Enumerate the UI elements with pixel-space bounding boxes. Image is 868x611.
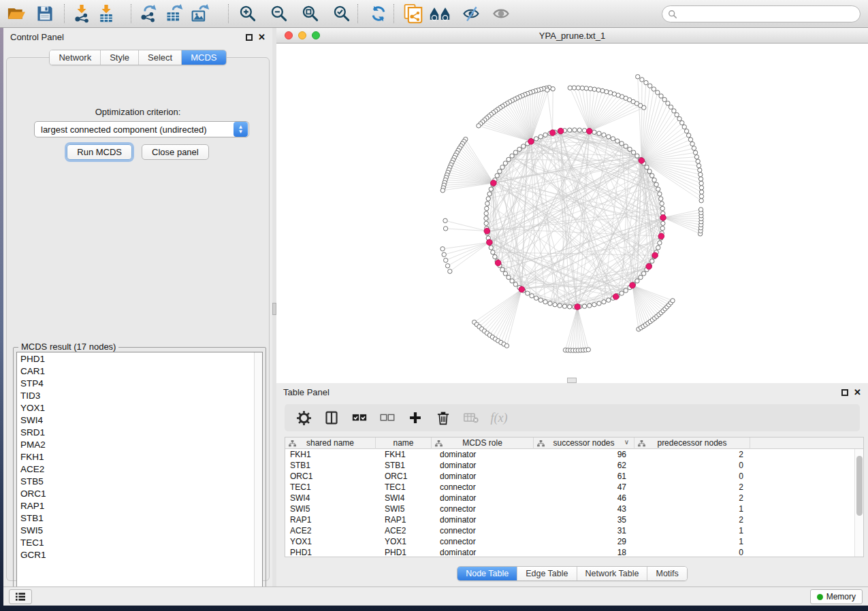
mcds-result-list[interactable]: PHD1CAR1STP4TID3YOX1SWI4SRD1PMA2FKH1ACE2… <box>16 352 263 597</box>
mcds-result-item[interactable]: FKH1 <box>17 450 262 463</box>
table-settings-gear-icon[interactable] <box>295 410 312 426</box>
split-panel-icon[interactable] <box>323 410 340 426</box>
table-scrollbar[interactable] <box>854 449 863 557</box>
graph-node[interactable] <box>486 197 490 201</box>
graph-satellite-node[interactable] <box>688 137 692 142</box>
graph-node[interactable] <box>577 128 581 132</box>
graph-satellite-node[interactable] <box>440 188 445 193</box>
graph-satellite-node[interactable] <box>444 258 448 262</box>
graph-satellite-node[interactable] <box>545 88 549 92</box>
graph-node[interactable] <box>660 201 664 205</box>
graph-satellite-node[interactable] <box>698 208 703 212</box>
graph-node[interactable] <box>526 291 530 295</box>
column-header-name[interactable]: name <box>376 437 432 449</box>
float-panel-icon[interactable] <box>246 34 253 41</box>
graph-satellite-node[interactable] <box>584 86 588 90</box>
graph-satellite-node[interactable] <box>440 247 445 251</box>
graph-node[interactable] <box>500 165 504 169</box>
mcds-result-item[interactable]: STB1 <box>17 512 262 524</box>
graph-node[interactable] <box>607 135 611 139</box>
graph-node[interactable] <box>658 192 662 196</box>
graph-satellite-node[interactable] <box>445 263 449 267</box>
graph-node[interactable] <box>491 250 495 254</box>
graph-node[interactable] <box>650 174 654 178</box>
tab-select[interactable]: Select <box>139 50 182 65</box>
graph-node[interactable] <box>661 221 665 225</box>
zoom-fit-icon[interactable] <box>300 3 321 24</box>
zoom-out-icon[interactable] <box>268 3 290 24</box>
graph-node[interactable] <box>592 303 596 307</box>
graph-satellite-node[interactable] <box>443 227 447 231</box>
mcds-result-item[interactable]: ORC1 <box>17 487 262 499</box>
select-all-columns-icon[interactable] <box>351 410 368 426</box>
graph-dominator-node[interactable] <box>660 215 666 221</box>
close-panel-button[interactable]: Close panel <box>142 144 209 160</box>
graph-node[interactable] <box>503 271 507 276</box>
graph-satellite-node[interactable] <box>680 120 684 125</box>
graph-node[interactable] <box>658 241 662 245</box>
graph-node[interactable] <box>607 298 611 302</box>
graph-dominator-node[interactable] <box>630 282 636 288</box>
table-row[interactable]: ACE2ACE2connector311 <box>285 525 854 536</box>
graph-node[interactable] <box>592 130 596 134</box>
graph-node[interactable] <box>487 192 492 196</box>
graph-satellite-node[interactable] <box>669 105 673 109</box>
graph-satellite-node[interactable] <box>672 109 676 113</box>
graph-dominator-node[interactable] <box>491 180 497 186</box>
mcds-result-item[interactable]: STP4 <box>17 377 262 389</box>
table-row[interactable]: SWI4SWI4dominator462 <box>285 493 854 503</box>
graph-dominator-node[interactable] <box>575 304 581 310</box>
save-icon[interactable] <box>34 3 56 24</box>
graph-satellite-node[interactable] <box>690 142 694 146</box>
mcds-result-item[interactable]: SRD1 <box>17 426 262 438</box>
mcds-list-scrollbar[interactable] <box>254 352 262 596</box>
graph-node[interactable] <box>624 288 628 293</box>
graph-node[interactable] <box>530 294 534 298</box>
sort-arrow-icon[interactable]: ∨ <box>624 438 629 446</box>
graph-node[interactable] <box>650 259 654 263</box>
mcds-result-item[interactable]: GCR1 <box>17 548 262 561</box>
graph-satellite-node[interactable] <box>442 252 446 257</box>
graph-node[interactable] <box>513 282 517 286</box>
graph-satellite-node[interactable] <box>640 78 644 82</box>
export-table-icon[interactable] <box>163 3 185 24</box>
graph-dominator-node[interactable] <box>549 130 556 136</box>
graph-node[interactable] <box>489 187 493 191</box>
graph-dominator-node[interactable] <box>658 233 664 240</box>
graph-node[interactable] <box>654 182 658 186</box>
graph-node[interactable] <box>660 206 664 210</box>
graph-satellite-node[interactable] <box>662 97 666 101</box>
graph-node[interactable] <box>495 174 499 178</box>
export-network-icon[interactable] <box>138 3 159 24</box>
graph-node[interactable] <box>534 296 538 300</box>
tab-node-table[interactable]: Node Table <box>457 567 517 580</box>
zoom-in-icon[interactable] <box>237 3 259 24</box>
graph-satellite-node[interactable] <box>568 86 572 90</box>
graph-node[interactable] <box>602 133 606 137</box>
graph-dominator-node[interactable] <box>528 139 534 145</box>
graph-node[interactable] <box>635 154 639 158</box>
node-table[interactable]: shared namenameMCDS rolesuccessor nodes∨… <box>285 437 864 557</box>
horizontal-splitter-handle[interactable] <box>567 378 577 383</box>
graph-dominator-node[interactable] <box>519 286 525 293</box>
graph-satellite-node[interactable] <box>698 172 703 176</box>
graph-satellite-node[interactable] <box>694 155 698 159</box>
mcds-result-item[interactable]: YOX1 <box>17 401 262 414</box>
show-eye-icon[interactable] <box>490 3 512 24</box>
graph-node[interactable] <box>582 129 586 133</box>
graph-node[interactable] <box>510 154 514 158</box>
tab-style[interactable]: Style <box>101 50 139 65</box>
graph-satellite-node[interactable] <box>504 344 509 348</box>
graph-node[interactable] <box>568 305 572 309</box>
graph-node[interactable] <box>485 206 489 210</box>
mcds-result-item[interactable]: RAP1 <box>17 499 262 512</box>
graph-node[interactable] <box>659 197 663 201</box>
graph-node[interactable] <box>588 303 592 308</box>
table-row[interactable]: RAP1RAP1dominator352 <box>285 514 854 525</box>
graph-node[interactable] <box>543 300 547 304</box>
graph-node[interactable] <box>631 150 635 154</box>
graph-node[interactable] <box>568 128 572 132</box>
mcds-result-item[interactable]: SWI4 <box>17 414 262 426</box>
graph-node[interactable] <box>562 304 566 308</box>
mcds-result-item[interactable]: SWI5 <box>17 524 262 536</box>
